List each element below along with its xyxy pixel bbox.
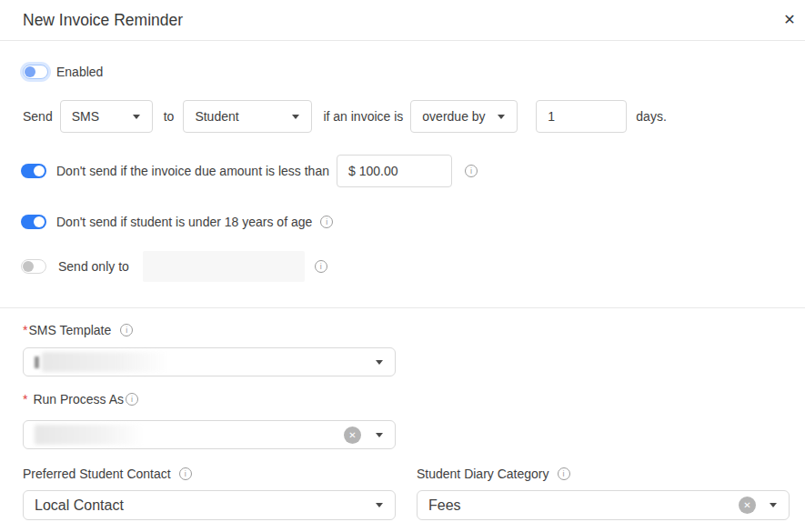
diary-category-label-line: Student Diary Category i bbox=[417, 467, 570, 481]
info-icon[interactable]: i bbox=[315, 260, 327, 273]
under-age-label: Don't send if student is under 18 years … bbox=[56, 215, 312, 229]
info-icon[interactable]: i bbox=[179, 467, 192, 480]
sms-template-label: SMS Template bbox=[28, 323, 111, 337]
min-amount-row: Don't send if the invoice due amount is … bbox=[21, 155, 478, 187]
send-word: Send bbox=[23, 109, 53, 124]
recipient-value: Student bbox=[195, 109, 238, 124]
redacted-value bbox=[42, 352, 169, 372]
redacted-value bbox=[35, 356, 39, 368]
info-icon[interactable]: i bbox=[120, 324, 133, 336]
section-divider bbox=[0, 307, 805, 308]
diary-category-value: Fees bbox=[428, 497, 461, 514]
header-divider bbox=[0, 40, 805, 41]
preferred-contact-select[interactable]: Local Contact bbox=[23, 490, 396, 520]
send-only-to-row: Send only to i bbox=[21, 251, 327, 282]
diary-category-label: Student Diary Category bbox=[417, 467, 549, 481]
run-process-as-label: Run Process As bbox=[33, 392, 124, 407]
info-icon[interactable]: i bbox=[558, 467, 570, 480]
under-age-row: Don't send if student is under 18 years … bbox=[21, 214, 333, 230]
preferred-contact-label-line: Preferred Student Contact i bbox=[23, 467, 192, 481]
to-word: to bbox=[164, 109, 175, 124]
toggle-knob bbox=[34, 166, 45, 176]
run-process-as-label-line: * Run Process As i bbox=[23, 392, 138, 407]
diary-category-select[interactable]: Fees ✕ bbox=[417, 490, 790, 520]
chevron-down-icon bbox=[133, 115, 140, 119]
clear-icon[interactable]: ✕ bbox=[344, 427, 361, 444]
toggle-knob bbox=[25, 66, 35, 77]
sms-template-label-line: * SMS Template i bbox=[23, 323, 133, 337]
info-icon[interactable]: i bbox=[126, 393, 138, 406]
recipient-select[interactable]: Student bbox=[183, 100, 312, 133]
min-amount-input[interactable] bbox=[337, 155, 452, 187]
channel-select[interactable]: SMS bbox=[60, 100, 153, 133]
toggle-knob bbox=[34, 216, 45, 227]
chevron-down-icon bbox=[498, 115, 505, 119]
new-invoice-reminder-dialog: New Invoice Reminder ✕ Enabled Send SMS … bbox=[0, 0, 805, 532]
days-input[interactable] bbox=[536, 100, 627, 133]
chevron-down-icon bbox=[376, 360, 383, 365]
clear-icon[interactable]: ✕ bbox=[739, 497, 756, 514]
required-asterisk: * bbox=[23, 323, 27, 337]
timing-select[interactable]: overdue by bbox=[410, 100, 518, 133]
chevron-down-icon bbox=[292, 115, 299, 119]
send-only-to-input[interactable] bbox=[143, 251, 305, 282]
preferred-contact-label: Preferred Student Contact bbox=[23, 467, 171, 481]
chevron-down-icon bbox=[376, 503, 383, 507]
required-asterisk: * bbox=[23, 392, 27, 407]
enabled-toggle[interactable] bbox=[23, 65, 48, 79]
info-icon[interactable]: i bbox=[320, 216, 333, 228]
enabled-row: Enabled bbox=[23, 63, 103, 81]
under-age-toggle[interactable] bbox=[21, 215, 46, 229]
close-icon[interactable]: ✕ bbox=[779, 8, 800, 30]
toggle-knob bbox=[23, 261, 34, 272]
send-only-to-toggle[interactable] bbox=[21, 259, 46, 274]
chevron-down-icon bbox=[770, 503, 777, 507]
send-rule-row: Send SMS to Student if an invoice is ove… bbox=[23, 100, 667, 133]
enabled-label: Enabled bbox=[56, 65, 103, 79]
send-only-to-label: Send only to bbox=[58, 259, 129, 274]
min-amount-label: Don't send if the invoice due amount is … bbox=[56, 164, 329, 178]
dialog-title: New Invoice Reminder bbox=[23, 11, 183, 30]
condition-phrase: if an invoice is bbox=[323, 109, 403, 124]
days-word: days. bbox=[636, 109, 666, 124]
min-amount-toggle[interactable] bbox=[21, 164, 46, 178]
sms-template-select[interactable] bbox=[23, 347, 396, 376]
redacted-value bbox=[35, 425, 144, 445]
timing-value: overdue by bbox=[422, 109, 485, 124]
preferred-contact-value: Local Contact bbox=[35, 497, 124, 514]
channel-value: SMS bbox=[72, 109, 99, 124]
chevron-down-icon bbox=[376, 433, 383, 437]
run-process-as-select[interactable]: ✕ bbox=[23, 420, 396, 449]
info-icon[interactable]: i bbox=[465, 165, 478, 177]
